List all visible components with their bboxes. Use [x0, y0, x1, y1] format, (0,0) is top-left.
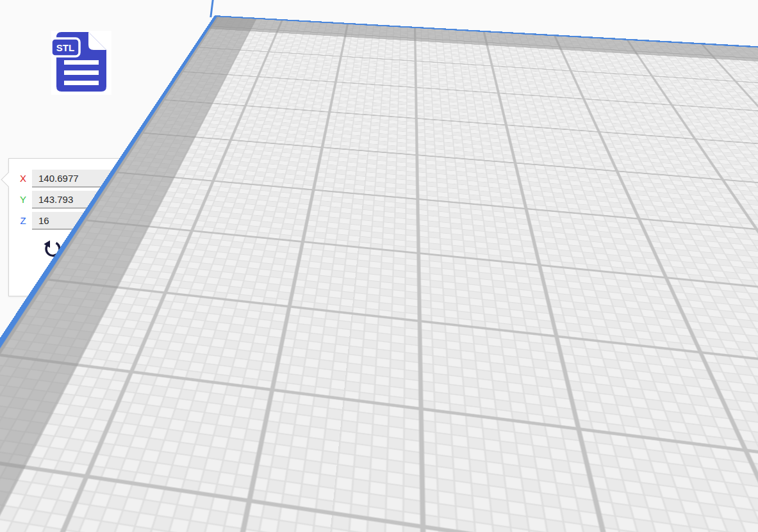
view-left-icon[interactable]: [88, 506, 109, 527]
gizmo-x-handle[interactable]: [625, 270, 642, 291]
object-list-header[interactable]: Object list: [29, 439, 69, 449]
model-dimensions: 140.7 x 143.8 x 16.0 mm: [6, 483, 104, 493]
x-percent-input[interactable]: [151, 170, 265, 186]
gizmo-center-handle[interactable]: [506, 262, 523, 281]
snap-scaling-label: Snap Scaling: [100, 243, 156, 254]
stl-file-icon: STL: [51, 31, 111, 95]
build-plate: [0, 0, 758, 95]
scale-row-y: Y mm %: [9, 191, 272, 209]
stl-badge-label: STL: [56, 42, 74, 53]
collapse-chevron-icon[interactable]: [13, 440, 24, 447]
view-orientation-toolbar: [10, 506, 135, 527]
uniform-scaling-option[interactable]: Uniform Scaling: [81, 264, 168, 277]
snap-scaling-checkbox[interactable]: [81, 243, 94, 255]
y-axis-label: Y: [18, 194, 28, 205]
scale-tool-panel: X mm % Y mm % Z mm: [8, 158, 273, 296]
edit-pencil-icon[interactable]: [10, 460, 24, 472]
reset-arrow-icon: [42, 240, 62, 259]
uniform-scaling-checkbox[interactable]: [81, 264, 94, 277]
view-3d-icon[interactable]: [10, 506, 30, 527]
plate-disallowed-band-left: [217, 0, 758, 19]
view-top-icon[interactable]: [62, 506, 83, 527]
plate-disallowed-band-back: [209, 17, 758, 117]
x-size-input[interactable]: [32, 170, 145, 186]
z-axis-label: Z: [18, 215, 28, 226]
model-3d: [263, 102, 756, 512]
view-front-icon[interactable]: [36, 506, 56, 527]
z-percent-input[interactable]: [151, 212, 265, 229]
gizmo-z-handle[interactable]: [503, 167, 521, 189]
tab-recess: [482, 123, 538, 149]
scale-row-x: X mm %: [9, 170, 272, 188]
y-size-input[interactable]: [32, 191, 145, 207]
object-list-item-name[interactable]: STL1172: [35, 462, 73, 472]
reset-scale-button[interactable]: [41, 239, 63, 261]
scale-row-z: Z mm %: [9, 212, 272, 230]
gizmo-y-handle[interactable]: [488, 348, 506, 371]
slicer-app-window: STL X mm % Y mm: [0, 0, 758, 532]
document-fold: [88, 32, 106, 50]
snap-scaling-option[interactable]: Snap Scaling: [81, 242, 156, 255]
uniform-scaling-label: Uniform Scaling: [100, 265, 168, 276]
view-right-icon[interactable]: [115, 506, 135, 527]
z-size-input[interactable]: [32, 212, 145, 229]
y-percent-input[interactable]: [151, 191, 265, 207]
x-axis-label: X: [18, 173, 28, 184]
